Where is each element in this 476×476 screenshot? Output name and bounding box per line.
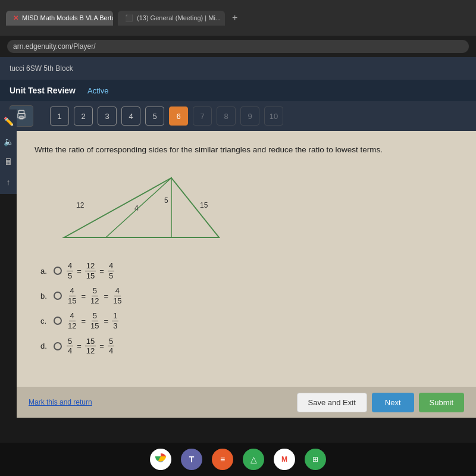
tab2-close[interactable]: ✕ xyxy=(224,15,225,21)
tab-1[interactable]: ✕ MISD Math Models B VLA Bertu... ✕ xyxy=(6,11,113,26)
audio-icon[interactable]: 🔈 xyxy=(0,132,17,151)
submit-button[interactable]: Submit xyxy=(419,393,464,412)
question-btn-6[interactable]: 6 xyxy=(169,107,188,126)
tab1-label: MISD Math Models B VLA Bertu... xyxy=(22,14,113,21)
active-badge: Active xyxy=(87,86,108,95)
taskbar-files[interactable]: ≡ xyxy=(212,449,233,470)
files-icon: ≡ xyxy=(220,455,225,464)
side-label-15: 15 xyxy=(200,201,208,209)
answer-d-fractions: 5 4 = 15 12 = 5 4 xyxy=(67,337,114,356)
question-text: Write the ratio of corresponding sides f… xyxy=(35,145,458,154)
frac-d-1: 5 4 xyxy=(67,337,73,356)
triangle-svg: 12 4 5 15 xyxy=(35,166,249,249)
address-input[interactable] xyxy=(7,40,469,53)
taskbar-sheets[interactable]: ⊞ xyxy=(305,449,326,470)
frac-b-2: 5 12 xyxy=(89,286,100,305)
sub-header: Unit Test Review Active xyxy=(0,80,476,101)
browser-tabs: ✕ MISD Math Models B VLA Bertu... ✕ ⬛ (1… xyxy=(0,0,476,36)
answer-d-radio[interactable] xyxy=(54,342,62,350)
question-btn-5[interactable]: 5 xyxy=(145,107,164,126)
question-btn-1[interactable]: 1 xyxy=(50,107,69,126)
sheets-icon: ⊞ xyxy=(312,455,318,464)
answer-b[interactable]: b. 4 15 = 5 12 = 4 15 xyxy=(40,286,458,305)
mark-return-link[interactable]: Mark this and return xyxy=(29,398,92,406)
taskbar-drive[interactable]: △ xyxy=(243,449,264,470)
unit-test-review-title: Unit Test Review xyxy=(10,86,76,95)
svg-rect-0 xyxy=(19,111,24,114)
triangle-diagram: 12 4 5 15 xyxy=(35,166,458,252)
frac-a-1: 4 5 xyxy=(67,261,73,280)
class-title: tucci 6SW 5th Block xyxy=(10,64,73,73)
side-label-12: 12 xyxy=(76,201,84,209)
calc-icon[interactable]: 🖩 xyxy=(0,152,17,171)
tab2-label: (13) General (Meeting) | Mi... xyxy=(137,14,221,21)
svg-marker-4 xyxy=(106,178,171,237)
frac-c-3: 1 3 xyxy=(112,311,118,330)
answer-c-label: c. xyxy=(40,317,49,325)
question-btn-7[interactable]: 7 xyxy=(193,107,212,126)
arrow-icon[interactable]: ↑ xyxy=(0,173,17,192)
drive-icon: △ xyxy=(250,455,257,464)
next-button[interactable]: Next xyxy=(372,393,414,412)
answer-a-radio[interactable] xyxy=(54,267,62,275)
answer-c-radio[interactable] xyxy=(54,317,62,325)
question-btn-10[interactable]: 10 xyxy=(264,107,283,126)
tab1-icon: ✕ xyxy=(13,14,18,22)
answer-choices: a. 4 5 = 12 15 = 4 5 b. xyxy=(40,261,458,356)
answer-d-label: d. xyxy=(40,342,49,350)
teams-icon: T xyxy=(189,455,195,464)
taskbar-teams[interactable]: T xyxy=(181,449,202,470)
frac-b-1: 4 15 xyxy=(67,286,77,305)
answer-d[interactable]: d. 5 4 = 15 12 = 5 4 xyxy=(40,337,458,356)
tab-2[interactable]: ⬛ (13) General (Meeting) | Mi... ✕ xyxy=(118,11,225,26)
main-content: Write the ratio of corresponding sides f… xyxy=(17,131,476,387)
question-toolbar: 1 2 3 4 5 6 7 8 9 10 xyxy=(0,101,476,131)
question-btn-3[interactable]: 3 xyxy=(98,107,117,126)
taskbar: T ≡ △ M ⊞ xyxy=(0,443,476,476)
pencil-icon[interactable]: ✏️ xyxy=(0,112,17,131)
address-bar xyxy=(0,36,476,57)
frac-c-1: 4 12 xyxy=(67,311,77,330)
answer-b-radio[interactable] xyxy=(54,292,62,300)
question-btn-8[interactable]: 8 xyxy=(217,107,236,126)
answer-a-fractions: 4 5 = 12 15 = 4 5 xyxy=(67,261,114,280)
frac-b-3: 4 15 xyxy=(112,286,123,305)
frac-d-2: 15 12 xyxy=(85,337,96,356)
frac-c-2: 5 15 xyxy=(89,311,100,330)
tab2-icon: ⬛ xyxy=(125,14,133,22)
answer-b-fractions: 4 15 = 5 12 = 4 15 xyxy=(67,286,123,305)
answer-c[interactable]: c. 4 12 = 5 15 = 1 3 xyxy=(40,311,458,330)
question-btn-9[interactable]: 9 xyxy=(240,107,259,126)
left-sidebar: ✏️ 🔈 🖩 ↑ xyxy=(0,109,17,194)
print-icon xyxy=(16,109,27,120)
gmail-icon: M xyxy=(281,455,287,464)
class-header: tucci 6SW 5th Block xyxy=(0,57,476,80)
action-buttons: Save and Exit Next Submit xyxy=(297,393,464,412)
taskbar-chrome[interactable] xyxy=(150,449,171,470)
question-btn-4[interactable]: 4 xyxy=(121,107,140,126)
answer-a[interactable]: a. 4 5 = 12 15 = 4 5 xyxy=(40,261,458,280)
frac-a-2: 12 15 xyxy=(85,261,96,280)
answer-b-label: b. xyxy=(40,292,49,300)
frac-a-3: 4 5 xyxy=(108,261,114,280)
bottom-action-bar: Mark this and return Save and Exit Next … xyxy=(17,387,476,418)
side-label-5: 5 xyxy=(164,196,168,205)
frac-d-3: 5 4 xyxy=(108,337,114,356)
chrome-icon xyxy=(154,453,167,466)
side-label-4: 4 xyxy=(134,204,139,212)
answer-a-label: a. xyxy=(40,267,49,275)
new-tab-button[interactable]: + xyxy=(232,12,237,23)
taskbar-gmail[interactable]: M xyxy=(274,449,295,470)
save-exit-button[interactable]: Save and Exit xyxy=(297,393,367,412)
question-btn-2[interactable]: 2 xyxy=(74,107,93,126)
svg-marker-3 xyxy=(64,178,219,237)
answer-c-fractions: 4 12 = 5 15 = 1 3 xyxy=(67,311,118,330)
